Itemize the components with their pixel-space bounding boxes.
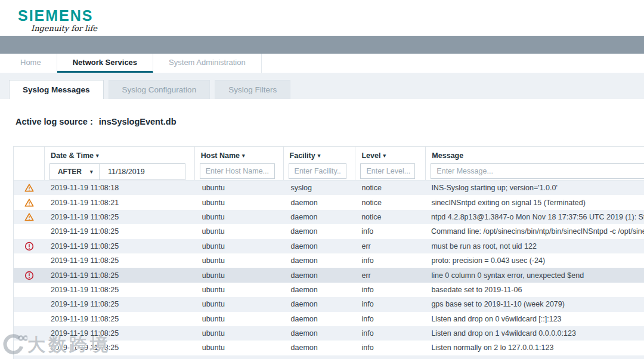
facility-sort-button[interactable]: Facility▾ <box>290 151 355 160</box>
content-panel: Active log source : insSyslogEvent.db Da… <box>0 99 644 359</box>
severity-column-header <box>14 147 45 180</box>
brand-header: SIEMENS Ingenuity for life <box>0 0 644 36</box>
sort-arrow-icon: ▾ <box>242 153 245 159</box>
cell-level: info <box>355 227 426 236</box>
cell-message: must be run as root, not uid 122 <box>426 242 644 250</box>
date-filter-input[interactable]: 11/18/2019 <box>100 168 185 176</box>
cell-datetime: 2019-11-19 11:08:25 <box>45 315 195 323</box>
cell-level: err <box>355 242 426 250</box>
table-row[interactable]: 2019-11-19 11:08:25 ubuntu daemon info b… <box>14 283 644 297</box>
cell-datetime: 2019-11-19 11:08:25 <box>45 213 195 221</box>
warning-icon <box>24 183 34 193</box>
table-header: Date & Time▾ AFTER▾ 11/18/2019 Host Name… <box>14 146 644 181</box>
cell-message: ntpd 4.2.8p13@1.3847-o Mon Nov 18 17:37:… <box>426 213 644 221</box>
message-filter-input[interactable] <box>431 163 644 179</box>
cell-host: ubuntu <box>195 199 284 207</box>
host-filter-input[interactable] <box>200 163 275 179</box>
nav-tab-network-services[interactable]: Network Services <box>57 54 153 73</box>
table-row[interactable]: 2019-11-19 11:08:25 ubuntu daemon info <box>14 355 644 359</box>
cell-message: basedate set to 2019-11-06 <box>426 286 644 294</box>
cell-message: Listen normally on 2 lo 127.0.0.1:123 <box>426 343 644 352</box>
message-column-label: Message <box>432 151 644 160</box>
cell-facility: daemon <box>284 329 356 338</box>
header-gray-band <box>0 36 644 54</box>
table-row[interactable]: 2019-11-19 11:08:18 ubuntu syslog notice… <box>14 181 644 195</box>
cell-host: ubuntu <box>195 242 284 250</box>
cell-message: line 0 column 0 syntax error, unexpected… <box>426 271 644 280</box>
cell-level: info <box>355 343 426 352</box>
cell-datetime: 2019-11-19 11:08:25 <box>45 343 195 352</box>
active-log-source-label: Active log source : <box>16 117 93 126</box>
tab-syslog-filters[interactable]: Syslog Filters <box>215 80 290 99</box>
table-row[interactable]: 2019-11-19 11:08:25 ubuntu daemon info L… <box>14 326 644 341</box>
active-log-source-value: insSyslogEvent.db <box>99 117 177 126</box>
warning-icon <box>24 212 34 222</box>
cell-datetime: 2019-11-19 11:08:25 <box>45 286 195 294</box>
facility-filter-input[interactable] <box>289 163 346 179</box>
cell-level: info <box>355 329 426 338</box>
sort-arrow-icon: ▾ <box>383 153 386 159</box>
cell-facility: daemon <box>284 256 356 265</box>
siemens-logo: SIEMENS <box>18 7 94 24</box>
active-log-source: Active log source : insSyslogEvent.db <box>16 117 177 126</box>
cell-facility: daemon <box>284 315 356 323</box>
cell-level: info <box>355 315 426 323</box>
cell-message: Listen and drop on 0 v6wildcard [::]:123 <box>426 315 644 323</box>
date-sort-button[interactable]: Date & Time▾ <box>51 151 194 160</box>
cell-host: ubuntu <box>195 271 284 280</box>
cell-facility: daemon <box>284 242 356 250</box>
table-row[interactable]: 2019-11-19 11:08:25 ubuntu daemon notice… <box>14 210 644 224</box>
cell-datetime: 2019-11-19 11:08:25 <box>45 300 195 308</box>
cell-level: err <box>355 271 426 280</box>
cell-level: notice <box>355 199 426 207</box>
table-row[interactable]: 2019-11-19 11:08:25 ubuntu daemon err mu… <box>14 239 644 253</box>
cell-datetime: 2019-11-19 11:08:25 <box>45 271 195 280</box>
nav-tab-home[interactable]: Home <box>5 54 57 73</box>
warning-icon <box>24 198 34 208</box>
table-row[interactable]: 2019-11-19 11:08:25 ubuntu daemon info g… <box>14 297 644 311</box>
sort-arrow-icon: ▾ <box>96 153 99 159</box>
cell-message: proto: precision = 0.043 usec (-24) <box>426 256 644 265</box>
cell-host: ubuntu <box>195 184 284 192</box>
cell-host: ubuntu <box>195 343 284 352</box>
cell-facility: daemon <box>284 286 356 294</box>
cell-facility: syslog <box>284 184 356 192</box>
cell-level: notice <box>355 213 426 221</box>
cell-datetime: 2019-11-19 11:08:25 <box>45 329 195 338</box>
table-row[interactable]: 2019-11-19 11:08:25 ubuntu daemon info p… <box>14 253 644 268</box>
table-row[interactable]: 2019-11-19 11:08:25 ubuntu daemon err li… <box>14 268 644 282</box>
table-row[interactable]: 2019-11-19 11:08:25 ubuntu daemon info L… <box>14 312 644 326</box>
cell-host: ubuntu <box>195 286 284 294</box>
message-column-header: Message <box>426 147 644 180</box>
level-sort-button[interactable]: Level▾ <box>361 151 425 160</box>
sort-arrow-icon: ▾ <box>318 153 321 159</box>
syslog-table: Date & Time▾ AFTER▾ 11/18/2019 Host Name… <box>13 146 644 359</box>
nav-tab-system-administration[interactable]: System Administration <box>153 54 262 73</box>
tab-syslog-configuration[interactable]: Syslog Configuration <box>109 80 210 99</box>
level-column-header: Level▾ <box>355 147 426 180</box>
table-row[interactable]: 2019-11-19 11:08:25 ubuntu daemon info C… <box>14 224 644 239</box>
date-filter: AFTER▾ 11/18/2019 <box>49 163 185 180</box>
cell-level: info <box>355 256 426 265</box>
cell-message: Listen and drop on 1 v4wildcard 0.0.0.0:… <box>426 329 644 338</box>
host-sort-button[interactable]: Host Name▾ <box>201 151 283 160</box>
date-operator-select[interactable]: AFTER▾ <box>50 168 99 176</box>
cell-facility: daemon <box>284 199 356 207</box>
table-row[interactable]: 2019-11-19 11:08:25 ubuntu daemon info L… <box>14 341 644 355</box>
tab-syslog-messages[interactable]: Syslog Messages <box>9 80 104 100</box>
cell-host: ubuntu <box>195 315 284 323</box>
cell-message: sinecINSntpd exiting on signal 15 (Termi… <box>426 199 644 207</box>
cell-message: gps base set to 2019-11-10 (week 2079) <box>426 300 644 308</box>
cell-datetime: 2019-11-19 11:08:25 <box>45 227 195 236</box>
date-column-header: Date & Time▾ AFTER▾ 11/18/2019 <box>45 147 195 180</box>
table-row[interactable]: 2019-11-19 11:08:21 ubuntu daemon notice… <box>14 195 644 209</box>
cell-message: INS-Syslog starting up; version='1.0.0' <box>426 184 644 192</box>
cell-host: ubuntu <box>195 227 284 236</box>
cell-datetime: 2019-11-19 11:08:18 <box>45 184 195 192</box>
cell-datetime: 2019-11-19 11:08:21 <box>45 199 195 207</box>
cell-level: info <box>355 286 426 294</box>
cell-facility: daemon <box>283 213 355 221</box>
cell-facility: daemon <box>284 343 356 352</box>
cell-host: ubuntu <box>195 213 284 221</box>
level-filter-input[interactable] <box>360 163 415 179</box>
